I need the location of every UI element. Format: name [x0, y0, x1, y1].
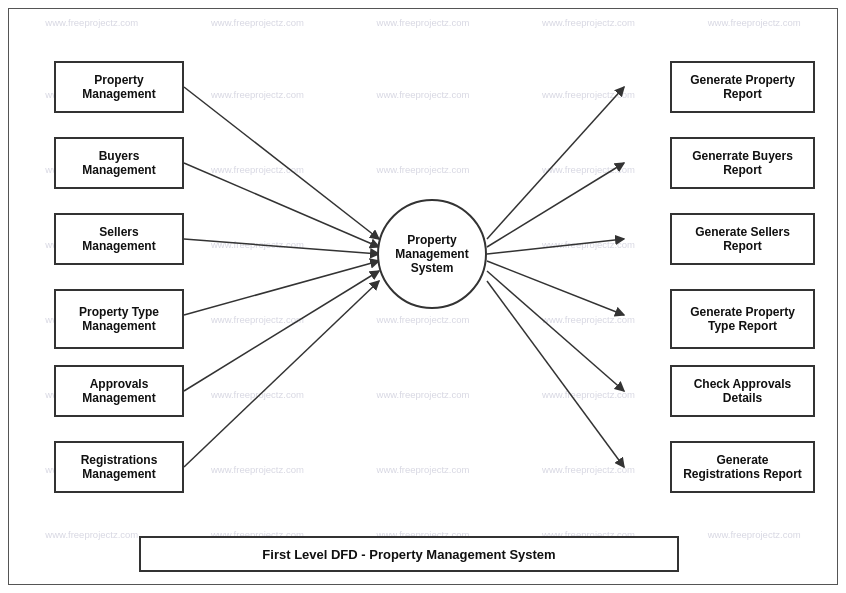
center-system-circle: Property Management System — [377, 199, 487, 309]
generate-sellers-report-box: Generate Sellers Report — [670, 213, 815, 265]
svg-line-12 — [487, 281, 624, 467]
generate-buyers-report-box: Generrate Buyers Report — [670, 137, 815, 189]
check-approvals-details-box: Check Approvals Details — [670, 365, 815, 417]
diagram-container: www.freeprojectz.comwww.freeprojectz.com… — [8, 8, 838, 585]
svg-line-1 — [184, 87, 379, 239]
sellers-management-box: Sellers Management — [54, 213, 184, 265]
registrations-management-box: Registrations Management — [54, 441, 184, 493]
generate-property-report-box: Generate Property Report — [670, 61, 815, 113]
approvals-management-box: Approvals Management — [54, 365, 184, 417]
svg-line-8 — [487, 163, 624, 247]
generate-property-type-report-box: Generate Property Type Report — [670, 289, 815, 349]
svg-line-9 — [487, 239, 624, 254]
buyers-management-box: Buyers Management — [54, 137, 184, 189]
svg-line-11 — [487, 271, 624, 391]
svg-line-6 — [184, 281, 379, 467]
svg-line-5 — [184, 271, 379, 391]
svg-line-3 — [184, 239, 379, 254]
diagram-caption: First Level DFD - Property Management Sy… — [139, 536, 679, 572]
property-type-management-box: Property Type Management — [54, 289, 184, 349]
svg-line-10 — [487, 261, 624, 315]
property-management-box: Property Management — [54, 61, 184, 113]
svg-line-4 — [184, 261, 379, 315]
svg-line-2 — [184, 163, 379, 247]
generate-registrations-report-box: Generate Registrations Report — [670, 441, 815, 493]
svg-line-7 — [487, 87, 624, 239]
